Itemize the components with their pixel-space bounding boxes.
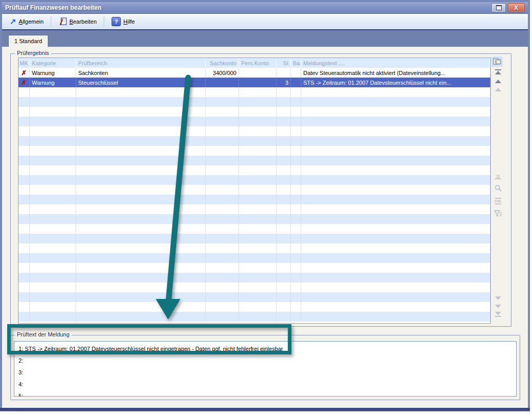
table-cell xyxy=(277,185,291,195)
row-down-icon[interactable] xyxy=(491,294,505,302)
table-cell xyxy=(30,175,76,185)
window-title: Prüflauf Finanzwesen bearbeiten xyxy=(5,4,489,11)
column-chooser-icon[interactable] xyxy=(491,57,503,67)
page-down-icon[interactable] xyxy=(491,302,505,310)
table-cell xyxy=(19,107,30,117)
table-row[interactable] xyxy=(19,243,490,253)
scroll-to-bottom-icon[interactable] xyxy=(491,310,505,318)
error-x-icon: ✗ xyxy=(21,79,26,86)
error-x-icon: ✗ xyxy=(21,69,26,77)
table-row[interactable] xyxy=(19,283,490,292)
toolbar: ↗ Allgemein Bearbeiten ? Hilfe xyxy=(2,14,528,30)
prueftext-line: 3: xyxy=(19,367,516,379)
table-cell xyxy=(19,234,30,243)
column-header[interactable]: Sachkonto xyxy=(206,58,239,68)
table-cell xyxy=(291,117,301,126)
table-cell xyxy=(239,117,277,126)
table-row[interactable] xyxy=(19,185,490,195)
table-row[interactable] xyxy=(19,107,490,117)
table-row[interactable] xyxy=(19,117,490,126)
prueftext-text-area[interactable]: 1: STS -> Zeitraum: 01.2007 Datevsteuers… xyxy=(14,341,517,397)
column-header[interactable]: Pers.Konto xyxy=(239,58,277,68)
table-row[interactable] xyxy=(19,136,490,146)
table-cell xyxy=(30,292,76,302)
table-cell xyxy=(239,146,277,156)
column-header[interactable]: Ba xyxy=(291,58,301,68)
prueftext-group-label: Prüftext der Meldung xyxy=(15,331,71,337)
table-cell xyxy=(206,185,239,195)
table-cell xyxy=(30,234,76,243)
search-icon[interactable] xyxy=(491,184,505,192)
tab-standard[interactable]: 1 Standard xyxy=(8,35,48,47)
table-row[interactable] xyxy=(19,263,490,273)
table-cell xyxy=(239,78,277,87)
table-cell xyxy=(19,273,30,283)
column-header[interactable]: MK xyxy=(19,58,30,68)
table-row[interactable] xyxy=(19,146,490,156)
table-row[interactable]: ✗WarnungSachkonten3400/000Datev Steuerau… xyxy=(19,68,490,78)
result-grid[interactable]: MKKategoriePrüfbereichSachkontoPers.Kont… xyxy=(18,58,491,324)
filter-icon[interactable] xyxy=(491,210,505,218)
table-row[interactable] xyxy=(19,126,490,136)
allgemein-button[interactable]: ↗ Allgemein xyxy=(5,16,48,27)
table-row[interactable] xyxy=(19,87,490,97)
table-cell xyxy=(291,175,301,185)
table-row[interactable] xyxy=(19,224,490,234)
table-cell xyxy=(291,243,301,253)
table-cell xyxy=(301,253,490,263)
close-button[interactable]: X xyxy=(508,3,525,12)
bearbeiten-label: Bearbeiten xyxy=(69,18,97,25)
table-cell xyxy=(277,283,291,292)
table-cell xyxy=(239,68,277,78)
table-row[interactable] xyxy=(19,302,490,312)
table-cell xyxy=(76,185,206,195)
table-cell xyxy=(19,263,30,273)
table-row[interactable] xyxy=(19,204,490,214)
restore-button[interactable] xyxy=(491,3,506,12)
table-row[interactable] xyxy=(19,273,490,283)
bearbeiten-button[interactable]: Bearbeiten xyxy=(54,15,101,28)
table-cell xyxy=(301,156,490,165)
grid-header-row[interactable]: MKKategoriePrüfbereichSachkontoPers.Kont… xyxy=(19,58,490,68)
table-row[interactable] xyxy=(19,195,490,204)
column-header[interactable]: Meldungstext .... xyxy=(301,58,490,68)
table-cell xyxy=(301,126,490,136)
scroll-to-top-icon[interactable] xyxy=(491,68,505,76)
brackets-icon[interactable]: (|) xyxy=(491,173,505,181)
hilfe-button[interactable]: ? Hilfe xyxy=(107,15,139,28)
table-cell xyxy=(301,263,490,273)
table-row[interactable] xyxy=(19,165,490,175)
table-row[interactable] xyxy=(19,175,490,185)
page-up-icon[interactable] xyxy=(491,77,505,85)
table-cell xyxy=(30,97,76,107)
table-row[interactable] xyxy=(19,156,490,165)
table-cell xyxy=(291,87,301,97)
table-row[interactable] xyxy=(19,292,490,302)
table-cell xyxy=(239,195,277,204)
table-row[interactable] xyxy=(19,312,490,322)
close-icon: X xyxy=(515,5,518,11)
table-cell xyxy=(19,204,30,214)
column-header[interactable]: Prüfbereich xyxy=(76,58,206,68)
table-row[interactable] xyxy=(19,97,490,107)
table-cell xyxy=(206,107,239,117)
row-up-icon[interactable] xyxy=(491,85,505,93)
table-cell xyxy=(76,165,206,175)
table-row[interactable] xyxy=(19,214,490,224)
table-cell xyxy=(291,136,301,146)
table-cell xyxy=(76,156,206,165)
table-cell xyxy=(277,68,291,78)
xml-export-icon[interactable]: XML xyxy=(491,197,505,205)
column-header[interactable]: St xyxy=(277,58,291,68)
table-cell xyxy=(76,97,206,107)
table-cell xyxy=(19,165,30,175)
mk-cell: ✗ xyxy=(19,78,30,87)
table-cell xyxy=(76,224,206,234)
table-row[interactable] xyxy=(19,234,490,243)
table-cell xyxy=(76,234,206,243)
table-cell xyxy=(206,87,239,97)
restore-window-icon xyxy=(496,5,502,10)
table-row[interactable]: ✗WarnungSteuerschlüssel3STS -> Zeitraum:… xyxy=(19,78,490,87)
column-header[interactable]: Kategorie xyxy=(30,58,76,68)
table-row[interactable] xyxy=(19,253,490,263)
